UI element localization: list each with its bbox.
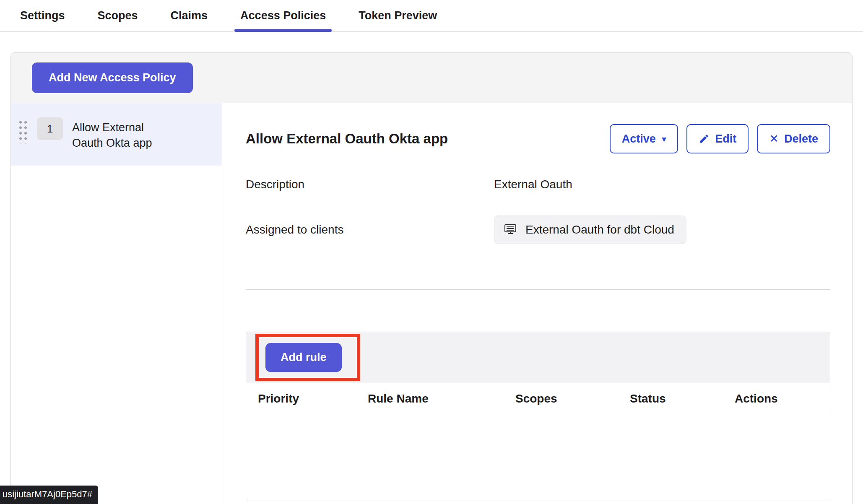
status-bar-link-preview: usijiutarM7Aj0Ep5d7# [0, 486, 98, 504]
edit-button[interactable]: Edit [686, 124, 749, 153]
drag-handle-icon[interactable] [18, 119, 28, 143]
description-value: External Oauth [494, 178, 830, 191]
access-policies-panel: Add New Access Policy 1 Allow External O… [10, 52, 853, 504]
tab-bar: Settings Scopes Claims Access Policies T… [0, 0, 863, 32]
policy-action-buttons: Active ▾ Edit ✕ Delete [610, 124, 830, 153]
policy-title: Allow External Oauth Okta app [246, 131, 448, 147]
chevron-down-icon: ▾ [662, 134, 666, 144]
annotation-highlight: Add rule [255, 334, 360, 381]
section-divider [246, 289, 830, 290]
tab-settings[interactable]: Settings [20, 0, 65, 31]
tab-token-preview[interactable]: Token Preview [359, 0, 437, 31]
column-status: Status [630, 392, 735, 405]
policy-detail: Allow External Oauth Okta app Active ▾ E… [222, 103, 852, 504]
delete-button-label: Delete [784, 132, 818, 145]
assigned-client-name: External Oauth for dbt Cloud [525, 223, 674, 236]
column-actions: Actions [735, 392, 830, 405]
add-new-access-policy-button[interactable]: Add New Access Policy [32, 62, 193, 93]
delete-button[interactable]: ✕ Delete [757, 124, 830, 153]
tab-scopes[interactable]: Scopes [98, 0, 138, 31]
description-label: Description [246, 178, 494, 191]
pencil-icon [699, 133, 710, 144]
column-priority: Priority [258, 392, 368, 405]
assigned-client-chip: External Oauth for dbt Cloud [494, 216, 686, 244]
add-rule-button[interactable]: Add rule [265, 343, 342, 372]
column-rule-name: Rule Name [368, 392, 515, 405]
policy-list-item[interactable]: 1 Allow External Oauth Okta app [11, 103, 222, 166]
status-dropdown-label: Active [622, 132, 656, 145]
rules-toolbar: Add rule [246, 332, 830, 383]
monitor-icon [504, 223, 519, 236]
policy-name: Allow External Oauth Okta app [72, 117, 171, 151]
edit-button-label: Edit [715, 132, 736, 145]
rules-card: Add rule Priority Rule Name Scopes Statu… [246, 332, 830, 501]
tab-access-policies[interactable]: Access Policies [240, 0, 326, 31]
rules-table-header: Priority Rule Name Scopes Status Actions [246, 383, 830, 414]
tab-claims[interactable]: Claims [171, 0, 208, 31]
assigned-clients-label: Assigned to clients [246, 223, 494, 236]
policy-priority-badge: 1 [37, 117, 63, 140]
rules-table-empty-body [246, 414, 830, 501]
close-icon: ✕ [769, 132, 779, 145]
policy-list: 1 Allow External Oauth Okta app [11, 103, 222, 504]
panel-toolbar: Add New Access Policy [11, 53, 852, 103]
column-scopes: Scopes [515, 392, 630, 405]
status-dropdown-button[interactable]: Active ▾ [610, 124, 678, 153]
